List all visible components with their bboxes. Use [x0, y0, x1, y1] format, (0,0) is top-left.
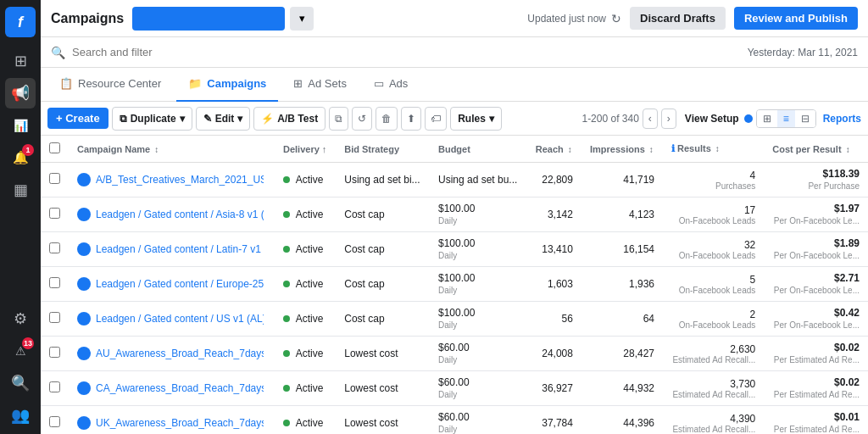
campaign-icon [77, 208, 91, 221]
results-count: 2 [671, 309, 755, 320]
search-bar: 🔍 Yesterday: Mar 11, 2021 [41, 37, 868, 68]
campaign-name-link[interactable]: Leadgen / Gated content / US v1 (AL) [77, 312, 264, 326]
budget-sub-text: Daily [438, 425, 457, 434]
delivery-cell: Active [275, 163, 336, 198]
chart-icon[interactable]: 📊 [5, 110, 36, 141]
row-checkbox[interactable] [49, 347, 60, 358]
cost-cell: $0.02 Per Estimated Ad Re... [764, 371, 868, 406]
campaign-name-link[interactable]: Leadgen / Gated content / Europe-25 v1 (… [77, 277, 264, 291]
cost-cell: $1.97 Per On-Facebook Le... [764, 198, 868, 232]
delivery-cell: Active [275, 267, 336, 302]
dropdown-arrow-button[interactable]: ▾ [290, 7, 314, 31]
table-row: UK_Awareness_Broad_Reach_7days Active Lo… [41, 406, 868, 435]
undo-button[interactable]: ↺ [352, 107, 372, 131]
discard-drafts-button[interactable]: Discard Drafts [630, 7, 726, 30]
campaign-name-link[interactable]: A/B_Test_Creatives_March_2021_US_Broad_.… [77, 173, 264, 186]
reports-button[interactable]: Reports [823, 113, 861, 125]
tab-campaigns[interactable]: 📁 Campaigns [176, 68, 278, 102]
row-checkbox-cell [41, 267, 69, 302]
col-budget[interactable]: Budget [430, 136, 527, 163]
budget-cell: $100.00 Daily [430, 267, 527, 302]
refresh-icon[interactable]: ↻ [611, 12, 621, 25]
campaigns-icon[interactable]: 📢 [5, 78, 36, 108]
col-results[interactable]: ℹ Results ↕ [663, 136, 764, 163]
campaign-name-link[interactable]: Leadgen / Gated content / Latin-7 v1 (AL… [77, 242, 264, 256]
delete-button[interactable]: 🗑 [376, 107, 398, 131]
settings-icon[interactable]: ⚙ [5, 303, 36, 334]
campaign-name-link[interactable]: CA_Awareness_Broad_Reach_7days [77, 381, 264, 395]
row-checkbox[interactable] [49, 277, 60, 288]
create-button[interactable]: + Create [47, 108, 108, 129]
copy-button[interactable]: ⧉ [329, 107, 348, 131]
results-label: Purchases [671, 181, 755, 191]
campaign-name-link[interactable]: AU_Awareness_Broad_Reach_7days [77, 347, 264, 360]
status-dot [283, 211, 290, 218]
pagination-count: 1-200 of 340 ‹ › [581, 108, 676, 129]
select-all-checkbox[interactable] [49, 142, 60, 153]
prev-page-button[interactable]: ‹ [643, 108, 658, 129]
select-all-header[interactable] [41, 136, 69, 163]
impressions-cell: 4,123 [581, 198, 663, 232]
campaign-name-link[interactable]: UK_Awareness_Broad_Reach_7days [77, 416, 264, 430]
list-view-button[interactable]: ≡ [777, 110, 795, 127]
campaign-icon [77, 347, 91, 360]
campaign-name-link[interactable]: Leadgen / Gated content / Asia-8 v1 (AL) [77, 208, 264, 221]
campaign-name-cell: AU_Awareness_Broad_Reach_7days [69, 337, 275, 371]
delivery-cell: Active [275, 198, 336, 232]
review-publish-button[interactable]: Review and Publish [734, 7, 858, 30]
campaign-name-text: Leadgen / Gated content / Asia-8 v1 (AL) [96, 209, 264, 220]
search-input[interactable] [72, 46, 225, 58]
campaign-name-cell: CA_Awareness_Broad_Reach_7days [69, 371, 275, 406]
results-cell: 32 On-Facebook Leads [663, 232, 764, 267]
resource-center-icon: 📋 [59, 77, 73, 90]
row-checkbox[interactable] [49, 416, 60, 427]
tag-button[interactable]: 🏷 [425, 107, 447, 131]
col-impressions[interactable]: Impressions ↕ [581, 136, 663, 163]
col-reach[interactable]: Reach ↕ [527, 136, 581, 163]
view-setup[interactable]: View Setup [685, 113, 753, 125]
campaign-icon [77, 312, 91, 326]
col-cost[interactable]: Cost per Result ↕ [764, 136, 868, 163]
home-icon[interactable]: ⊞ [5, 46, 36, 76]
row-checkbox[interactable] [49, 312, 60, 323]
campaign-name-text: Leadgen / Gated content / Latin-7 v1 (AL… [96, 243, 264, 255]
cost-cell: $0.01 Per Estimated Ad Re... [764, 406, 868, 435]
ab-test-button[interactable]: ⚡ A/B Test [253, 107, 326, 131]
grid-icon[interactable]: ▦ [5, 175, 36, 205]
status-dot [283, 420, 290, 426]
share-button[interactable]: ⬆ [401, 107, 421, 131]
reach-cell: 13,410 [527, 232, 581, 267]
campaigns-table-container: Campaign Name ↕ Delivery ↑ Bid Strategy … [41, 136, 868, 434]
app-layout: f ⊞ 📢 📊 🔔 1 ▦ ⚙ ⚠ 13 🔍 👥 Campaigns ▾ U [0, 0, 868, 434]
logo-icon[interactable]: f [5, 7, 36, 37]
columns-view-button[interactable]: ⊞ [757, 110, 777, 127]
alert-icon[interactable]: ⚠ 13 [5, 336, 36, 366]
col-campaign-name[interactable]: Campaign Name ↕ [69, 136, 275, 163]
campaign-icon [77, 242, 91, 256]
people-icon[interactable]: 👥 [5, 400, 36, 431]
edit-button[interactable]: ✎ Edit ▾ [196, 107, 251, 131]
results-cell: 2,630 Estimated Ad Recall... [663, 337, 764, 371]
view-setup-label: View Setup [685, 113, 739, 125]
rules-button[interactable]: Rules ▾ [450, 107, 502, 131]
bell-icon[interactable]: 🔔 1 [5, 142, 36, 173]
update-text: Updated just now [527, 13, 606, 25]
search-icon[interactable]: 🔍 [5, 368, 36, 398]
row-checkbox[interactable] [49, 208, 60, 219]
edit-label: Edit [215, 113, 235, 125]
tab-ad-sets[interactable]: ⊞ Ad Sets [281, 68, 359, 102]
row-checkbox[interactable] [49, 381, 60, 392]
compact-view-button[interactable]: ⊟ [795, 110, 815, 127]
row-checkbox[interactable] [49, 173, 60, 184]
row-checkbox[interactable] [49, 242, 60, 253]
cost-cell: $2.71 Per On-Facebook Le... [764, 267, 868, 302]
next-page-button[interactable]: › [661, 108, 676, 129]
campaign-name-cell: Leadgen / Gated content / US v1 (AL) [69, 302, 275, 337]
reach-cell: 1,603 [527, 267, 581, 302]
tab-resource-center[interactable]: 📋 Resource Center [47, 68, 173, 102]
col-delivery[interactable]: Delivery ↑ [275, 136, 336, 163]
tab-ads[interactable]: ▭ Ads [362, 68, 420, 102]
campaign-input[interactable] [132, 7, 285, 31]
duplicate-button[interactable]: ⧉ Duplicate ▾ [112, 107, 192, 131]
col-bid-strategy[interactable]: Bid Strategy [336, 136, 430, 163]
